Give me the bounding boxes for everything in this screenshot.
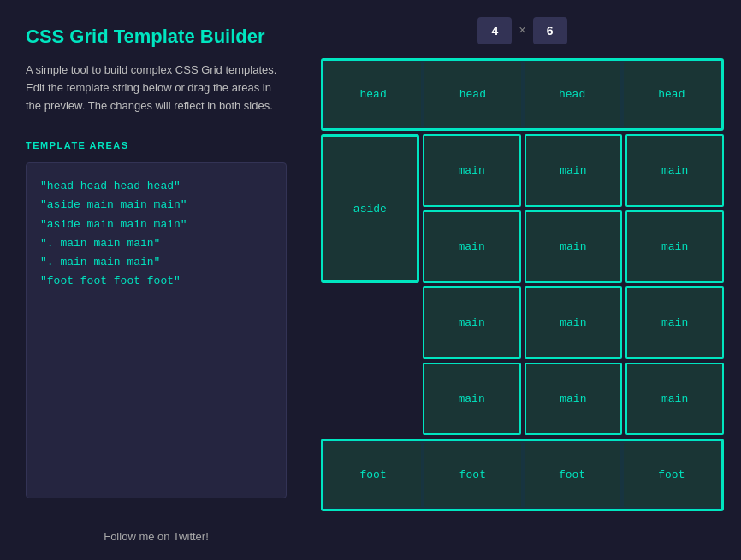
- grid-preview: head head head head aside main main main…: [321, 58, 724, 543]
- app-title: CSS Grid Template Builder: [26, 26, 287, 48]
- section-label-template-areas: TEMPLATE AREAS: [26, 140, 287, 150]
- head-label-3: head: [559, 88, 585, 101]
- main-cell-r5c3[interactable]: main: [525, 363, 623, 435]
- main-cell-r2c3[interactable]: main: [525, 134, 623, 207]
- grid-controls: ×: [321, 17, 724, 44]
- separator: ×: [519, 24, 525, 38]
- main-cell-r2c2[interactable]: main: [423, 134, 521, 207]
- main-cell-r5c4[interactable]: main: [625, 363, 724, 435]
- head-label-2: head: [459, 88, 486, 101]
- app-description: A simple tool to build complex CSS Grid …: [26, 62, 287, 115]
- head-cell-2[interactable]: head: [424, 62, 520, 127]
- head-cell-4[interactable]: head: [624, 62, 720, 127]
- right-panel: × head head head head aside main main ma…: [312, 0, 741, 560]
- head-cell-1[interactable]: head: [325, 62, 421, 127]
- head-cell-3[interactable]: head: [525, 62, 620, 127]
- head-label-1: head: [360, 88, 387, 101]
- foot-label-3: foot: [559, 469, 585, 481]
- main-cell-r4c3[interactable]: main: [525, 286, 623, 359]
- main-cell-r5c2[interactable]: main: [423, 363, 521, 435]
- main-cell-r4c4[interactable]: main: [625, 286, 724, 359]
- main-cell-r3c3[interactable]: main: [525, 210, 623, 283]
- rows-input[interactable]: [533, 17, 567, 44]
- foot-cell-3[interactable]: foot: [525, 443, 620, 507]
- template-textarea[interactable]: "head head head head" "aside main main m…: [26, 162, 287, 498]
- dot-cell-r5c1: [321, 363, 419, 435]
- columns-input[interactable]: [477, 17, 512, 44]
- head-row: head head head head: [321, 58, 724, 131]
- aside-label: aside: [353, 203, 387, 215]
- head-label-4: head: [658, 88, 685, 101]
- foot-cell-4[interactable]: foot: [624, 443, 720, 507]
- left-panel: CSS Grid Template Builder A simple tool …: [0, 0, 312, 560]
- foot-row: foot foot foot foot: [321, 439, 724, 511]
- foot-label-2: foot: [459, 469, 486, 481]
- main-cell-r3c2[interactable]: main: [423, 210, 521, 283]
- twitter-link[interactable]: Follow me on Twitter!: [26, 516, 287, 543]
- foot-label-4: foot: [658, 469, 685, 481]
- main-cell-r2c4[interactable]: main: [625, 134, 724, 207]
- twitter-text: Follow me on Twitter!: [104, 530, 209, 543]
- aside-cell[interactable]: aside: [321, 134, 419, 283]
- main-cell-r4c2[interactable]: main: [423, 286, 521, 359]
- dot-cell-r4c1: [321, 286, 419, 359]
- foot-label-1: foot: [360, 469, 387, 481]
- foot-cell-2[interactable]: foot: [424, 443, 520, 507]
- foot-cell-1[interactable]: foot: [325, 443, 421, 507]
- main-cell-r3c4[interactable]: main: [625, 210, 724, 283]
